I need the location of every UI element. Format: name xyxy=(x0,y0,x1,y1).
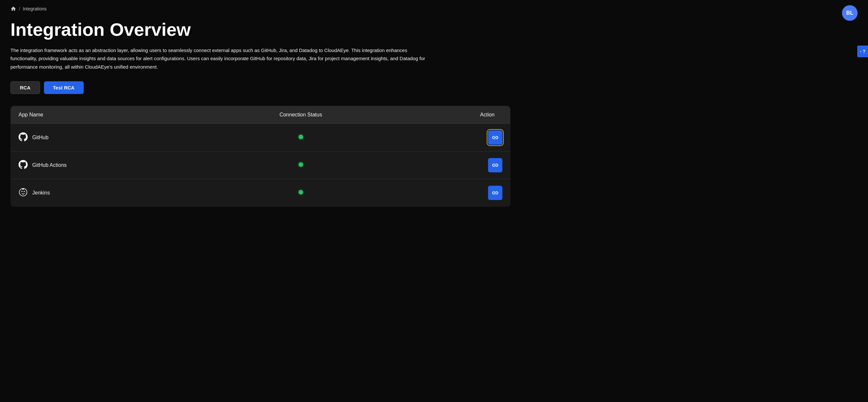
action-link-button[interactable] xyxy=(488,130,502,145)
github-actions-icon xyxy=(19,160,28,170)
col-app-name: App Name xyxy=(11,106,210,124)
help-toggle-button[interactable]: ‹ ? xyxy=(857,45,868,57)
app-name-label: GitHub xyxy=(32,135,49,140)
action-cell xyxy=(392,179,510,207)
breadcrumb: / Integrations xyxy=(0,0,868,12)
test-rca-button[interactable]: Test RCA xyxy=(44,81,84,94)
app-name-cell: Jenkins xyxy=(11,179,210,207)
main-content: Integration Overview The integration fra… xyxy=(0,12,521,217)
page-title: Integration Overview xyxy=(10,20,510,40)
breadcrumb-current-page: Integrations xyxy=(23,6,46,11)
app-name-label: Jenkins xyxy=(32,190,50,196)
action-cell xyxy=(392,124,510,152)
col-connection-status: Connection Status xyxy=(210,106,392,124)
jenkins-icon xyxy=(19,188,28,198)
status-dot xyxy=(299,135,303,139)
page-description: The integration framework acts as an abs… xyxy=(10,46,434,71)
table-row: GitHub xyxy=(11,124,510,152)
integration-table: App Name Connection Status Action GitHub xyxy=(10,106,510,207)
table-header-row: App Name Connection Status Action xyxy=(11,106,510,124)
connection-status-cell xyxy=(210,179,392,207)
app-name-cell: GitHub xyxy=(11,124,210,152)
status-dot xyxy=(299,190,303,195)
breadcrumb-separator: / xyxy=(19,6,20,11)
table-header: App Name Connection Status Action xyxy=(11,106,510,124)
avatar[interactable]: BL xyxy=(842,5,858,21)
rca-buttons-group: RCA Test RCA xyxy=(10,81,510,94)
table-row: Jenkins xyxy=(11,179,510,207)
app-name-cell: GitHub Actions xyxy=(11,152,210,179)
connection-status-cell xyxy=(210,124,392,152)
question-icon: ? xyxy=(863,49,865,54)
status-dot xyxy=(299,162,303,167)
app-name-label: GitHub Actions xyxy=(32,162,67,168)
table-row: GitHub Actions xyxy=(11,152,510,179)
svg-point-1 xyxy=(22,191,23,192)
github-icon xyxy=(19,132,28,143)
action-link-button[interactable] xyxy=(488,158,502,172)
svg-point-2 xyxy=(24,191,25,192)
action-link-button[interactable] xyxy=(488,186,502,200)
table-body: GitHub GitHub Actions xyxy=(11,124,510,207)
action-cell xyxy=(392,152,510,179)
home-icon[interactable] xyxy=(10,6,16,12)
chevron-left-icon: ‹ xyxy=(860,49,861,54)
connection-status-cell xyxy=(210,152,392,179)
rca-button[interactable]: RCA xyxy=(10,81,40,94)
col-action: Action xyxy=(392,106,510,124)
